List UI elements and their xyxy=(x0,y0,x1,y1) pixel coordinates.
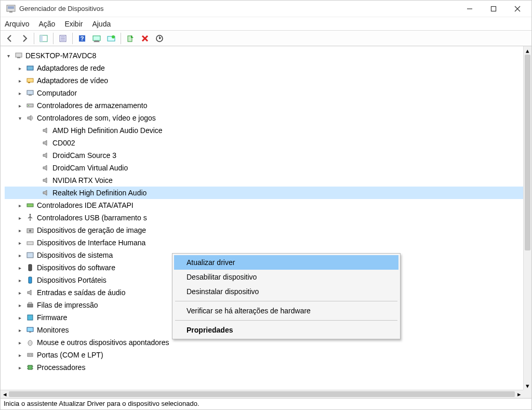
svg-rect-48 xyxy=(28,365,32,369)
speaker-icon xyxy=(41,126,50,135)
svg-rect-4 xyxy=(491,6,496,11)
tree-item-storage-controllers[interactable]: ▸ Controladores de armazenamento xyxy=(5,99,523,112)
chevron-right-icon[interactable]: ▸ xyxy=(16,228,23,233)
chevron-right-icon[interactable]: ▸ xyxy=(16,327,23,333)
chevron-right-icon[interactable]: ▸ xyxy=(16,65,23,71)
svg-rect-23 xyxy=(17,57,20,58)
processor-icon xyxy=(25,363,35,372)
back-button[interactable] xyxy=(4,32,16,45)
scan-hardware-button[interactable] xyxy=(90,32,103,45)
scrollbar-thumb[interactable] xyxy=(9,391,515,397)
tree-item-display-adapters[interactable]: ▸ Adaptadores de vídeo xyxy=(5,74,523,87)
vertical-scrollbar[interactable]: ▴ ▾ xyxy=(523,46,531,390)
tree-item-usb-controllers[interactable]: ▸ Controladores USB (barramento s xyxy=(5,211,523,224)
enable-device-button[interactable] xyxy=(124,32,137,45)
chevron-right-icon[interactable]: ▸ xyxy=(16,240,23,246)
horizontal-scrollbar[interactable]: ◂ ▸ xyxy=(1,390,523,398)
chevron-right-icon[interactable]: ▸ xyxy=(16,215,23,221)
scrollbar-track[interactable] xyxy=(524,55,531,381)
tree-item-nvidia-rtx-voice[interactable]: NVIDIA RTX Voice xyxy=(5,174,523,187)
tree-item-droidcam-source[interactable]: DroidCam Source 3 xyxy=(5,149,523,162)
show-hide-console-button[interactable] xyxy=(37,32,50,45)
tree-item-label: Controladores de armazenamento xyxy=(37,101,147,110)
svg-rect-43 xyxy=(29,332,31,333)
chevron-right-icon[interactable]: ▸ xyxy=(16,277,23,283)
tree-item-network-adapters[interactable]: ▸ Adaptadores de rede xyxy=(5,62,523,74)
context-menu-scan-hardware[interactable]: Verificar se há alterações de hardware xyxy=(174,303,398,318)
tree-item-label: Mouse e outros dispositivos apontadores xyxy=(37,338,169,347)
svg-rect-26 xyxy=(28,82,30,83)
tree-item-label: Processadores xyxy=(37,363,85,372)
tree-item-realtek-audio[interactable]: Realtek High Definition Audio xyxy=(5,187,523,199)
svg-rect-36 xyxy=(27,253,33,258)
svg-rect-29 xyxy=(27,104,33,107)
menu-file[interactable]: Arquivo xyxy=(5,20,29,28)
tree-item-cd002[interactable]: CD002 xyxy=(5,137,523,149)
uninstall-device-button[interactable] xyxy=(153,32,166,45)
close-button[interactable] xyxy=(506,1,529,17)
context-menu-disable-device[interactable]: Desabilitar dispositivo xyxy=(174,270,398,284)
chevron-right-icon[interactable]: ▸ xyxy=(16,265,23,271)
chevron-right-icon[interactable]: ▸ xyxy=(16,352,23,358)
chevron-right-icon[interactable]: ▸ xyxy=(16,203,23,208)
menu-view[interactable]: Exibir xyxy=(64,20,83,28)
chevron-right-icon[interactable]: ▸ xyxy=(16,340,23,346)
tree-item-amd-audio[interactable]: AMD High Definition Audio Device xyxy=(5,124,523,137)
maximize-button[interactable] xyxy=(482,1,506,17)
context-menu-properties[interactable]: Propriedades xyxy=(174,323,398,337)
status-bar-text: Inicia o assistente Atualizar Driver par… xyxy=(4,400,199,407)
chevron-right-icon[interactable]: ▸ xyxy=(16,290,23,296)
update-driver-button[interactable] xyxy=(105,32,117,45)
chevron-right-icon[interactable]: ▸ xyxy=(16,315,23,321)
chevron-right-icon[interactable]: ▸ xyxy=(16,302,23,308)
tree-item-label: Firmware xyxy=(37,313,67,322)
tree-item-sound-controllers[interactable]: ▾ Controladores de som, vídeo e jogos xyxy=(5,112,523,124)
svg-rect-1 xyxy=(8,6,14,9)
tree-item-label: NVIDIA RTX Voice xyxy=(52,176,113,184)
context-menu-update-driver[interactable]: Atualizar driver xyxy=(174,255,398,270)
properties-button[interactable] xyxy=(57,32,69,45)
chevron-down-icon[interactable]: ▾ xyxy=(16,115,23,121)
tree-view: ▾ DESKTOP-M7AVDC8 ▸ Adaptadores de rede … xyxy=(1,46,531,398)
tree-item-label: Dispositivos de geração de image xyxy=(37,226,146,234)
svg-rect-22 xyxy=(16,53,22,57)
tree-item-processors[interactable]: ▸ Processadores xyxy=(5,361,523,374)
tree-item-label: Dispositivos do software xyxy=(37,263,115,272)
chevron-down-icon[interactable]: ▾ xyxy=(5,53,12,59)
context-menu: Atualizar driver Desabilitar dispositivo… xyxy=(172,253,401,339)
tree-item-hid[interactable]: ▸ Dispositivos de Interface Humana xyxy=(5,236,523,249)
scroll-up-arrow-icon[interactable]: ▴ xyxy=(524,46,531,55)
context-menu-separator xyxy=(175,301,397,301)
software-device-icon xyxy=(25,263,35,272)
svg-rect-38 xyxy=(29,277,32,283)
context-menu-uninstall-device[interactable]: Desinstalar dispositivo xyxy=(174,284,398,299)
scroll-down-arrow-icon[interactable]: ▾ xyxy=(524,381,531,390)
scroll-left-arrow-icon[interactable]: ◂ xyxy=(1,390,9,398)
chevron-right-icon[interactable]: ▸ xyxy=(16,253,23,258)
window-controls xyxy=(458,1,529,17)
svg-rect-42 xyxy=(27,327,33,332)
tree-item-ide-controllers[interactable]: ▸ Controladores IDE ATA/ATAPI xyxy=(5,199,523,211)
tree-item-droidcam-virtual-audio[interactable]: DroidCam Virtual Audio xyxy=(5,162,523,174)
tree-item-imaging-devices[interactable]: ▸ Dispositivos de geração de image xyxy=(5,224,523,236)
tree-item-ports[interactable]: ▸ Portas (COM e LPT) xyxy=(5,349,523,361)
chevron-right-icon[interactable]: ▸ xyxy=(16,103,23,109)
tree-root[interactable]: ▾ DESKTOP-M7AVDC8 xyxy=(5,49,523,62)
chevron-right-icon[interactable]: ▸ xyxy=(16,365,23,371)
printer-icon xyxy=(25,300,35,310)
menu-help[interactable]: Ajuda xyxy=(92,20,111,28)
tree-item-label: Entradas e saídas de áudio xyxy=(37,288,125,297)
svg-rect-8 xyxy=(40,35,43,42)
menu-action[interactable]: Ação xyxy=(38,20,55,28)
minimize-button[interactable] xyxy=(458,1,482,17)
scroll-right-arrow-icon[interactable]: ▸ xyxy=(515,390,523,398)
disable-device-button[interactable] xyxy=(139,32,151,45)
chevron-right-icon[interactable]: ▸ xyxy=(16,90,23,96)
tree-item-computer[interactable]: ▸ Computador xyxy=(5,87,523,99)
scrollbar-track[interactable] xyxy=(9,390,515,398)
chevron-right-icon[interactable]: ▸ xyxy=(16,78,23,84)
help-button[interactable]: ? xyxy=(76,32,88,45)
speaker-icon xyxy=(41,163,50,173)
forward-button[interactable] xyxy=(18,32,31,45)
scrollbar-thumb[interactable] xyxy=(525,55,530,250)
